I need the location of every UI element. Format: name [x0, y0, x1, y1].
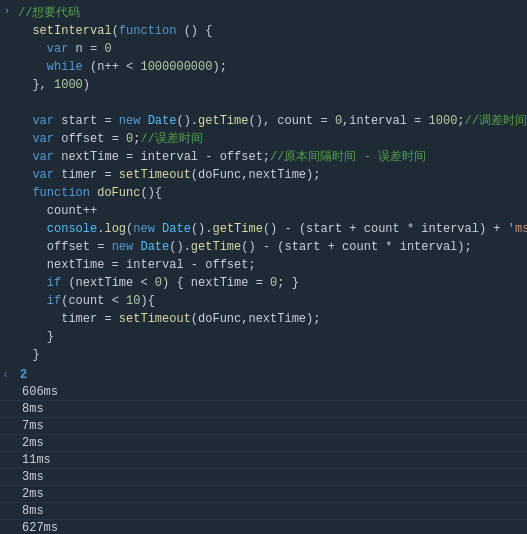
output-value-1: 8ms [18, 402, 44, 416]
code-line-var-n: var n = 0 [0, 40, 527, 58]
line-content: //想要代码 [14, 5, 527, 21]
code-line-if-nexttime: if (nextTime < 0) { nextTime = 0; } [0, 274, 527, 292]
output-value-6: 2ms [18, 487, 44, 501]
line-content: var nextTime = interval - offset;//原本间隔时… [14, 149, 527, 165]
section-marker-arrow: ‹ [0, 368, 14, 382]
line-content: while (n++ < 1000000000); [14, 59, 527, 75]
code-line-if-count: if(count < 10){ [0, 292, 527, 310]
line-content: count++ [14, 203, 527, 219]
code-line-count-inc: count++ [0, 202, 527, 220]
code-line-close-setinterval: }, 1000) [0, 76, 527, 94]
section-marker-value: 2 [14, 368, 27, 382]
line-content: nextTime = interval - offset; [14, 257, 527, 273]
output-value-4: 11ms [18, 453, 51, 467]
line-content: var timer = setTimeout(doFunc,nextTime); [14, 167, 527, 183]
line-content: function doFunc(){ [14, 185, 527, 201]
code-line-offset-assign: offset = new Date().getTime() - (start +… [0, 238, 527, 256]
code-line-while: while (n++ < 1000000000); [0, 58, 527, 76]
line-content: var offset = 0;//误差时间 [14, 131, 527, 147]
output-line-8: 627ms [0, 519, 527, 534]
line-content: timer = setTimeout(doFunc,nextTime); [14, 311, 527, 327]
code-line-blank [0, 94, 527, 112]
output-line-3: 2ms [0, 434, 527, 451]
line-content: var n = 0 [14, 41, 527, 57]
code-line-timer-settimeout: timer = setTimeout(doFunc,nextTime); [0, 310, 527, 328]
kw-var: var [47, 42, 69, 56]
line-content: if (nextTime < 0) { nextTime = 0; } [14, 275, 527, 291]
line-content: var start = new Date().getTime(), count … [14, 113, 527, 129]
kw-function: function [119, 24, 177, 38]
output-value-7: 8ms [18, 504, 44, 518]
code-line-nexttime-assign: nextTime = interval - offset; [0, 256, 527, 274]
editor-container: › //想要代码 setInterval(function () { var n… [0, 0, 527, 534]
output-line-1: 8ms [0, 400, 527, 417]
output-value-0: 606ms [18, 385, 58, 399]
output-line-0: 606ms [0, 384, 527, 400]
comment-text: //想要代码 [18, 6, 80, 20]
output-line-6: 2ms [0, 485, 527, 502]
line-content: if(count < 10){ [14, 293, 527, 309]
code-line-setinterval: setInterval(function () { [0, 22, 527, 40]
line-arrow: › [0, 5, 14, 17]
line-content: setInterval(function () { [14, 23, 527, 39]
output-value-5: 3ms [18, 470, 44, 484]
output-value-8: 627ms [18, 521, 58, 534]
code-line-func-dofunc: function doFunc(){ [0, 184, 527, 202]
code-line-var-nexttime: var nextTime = interval - offset;//原本间隔时… [0, 148, 527, 166]
line-content: } [14, 347, 527, 363]
code-line-var-timer: var timer = setTimeout(doFunc,nextTime); [0, 166, 527, 184]
output-line-2: 7ms [0, 417, 527, 434]
line-content: } [14, 329, 527, 345]
output-value-3: 2ms [18, 436, 44, 450]
code-line-comment: › //想要代码 [0, 4, 527, 22]
output-line-5: 3ms [0, 468, 527, 485]
output-value-2: 7ms [18, 419, 44, 433]
kw-while: while [47, 60, 83, 74]
code-line-close-if: } [0, 328, 527, 346]
output-line-7: 8ms [0, 502, 527, 519]
code-line-console-log: console.log(new Date().getTime() - (star… [0, 220, 527, 238]
output-line-4: 11ms [0, 451, 527, 468]
code-line-close-func: } [0, 346, 527, 364]
line-content: console.log(new Date().getTime() - (star… [14, 221, 527, 237]
line-content [14, 95, 527, 111]
kw-var2: var [32, 114, 54, 128]
line-content: }, 1000) [14, 77, 527, 93]
fn-setinterval: setInterval [32, 24, 111, 38]
code-line-var-offset: var offset = 0;//误差时间 [0, 130, 527, 148]
output-section: 606ms 8ms 7ms 2ms 11ms 3ms 2ms 8ms 627ms… [0, 384, 527, 534]
line-content: offset = new Date().getTime() - (start +… [14, 239, 527, 255]
code-line-var-start: var start = new Date().getTime(), count … [0, 112, 527, 130]
section-2-marker: ‹ 2 [0, 366, 527, 384]
